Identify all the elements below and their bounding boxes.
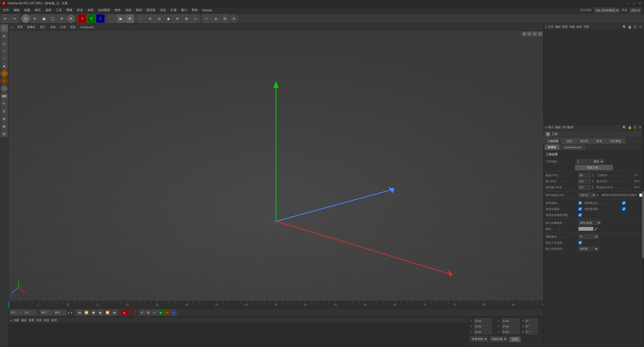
close-button[interactable]: ✕ bbox=[637, 1, 642, 6]
vt-camera[interactable]: 摄像机 bbox=[26, 25, 36, 29]
toolbar-extra2[interactable]: ⌀ bbox=[212, 14, 220, 23]
sidebar-btn-xref[interactable]: ⊛ bbox=[1, 115, 8, 122]
goto-start-btn[interactable]: ⏮ bbox=[76, 310, 83, 316]
viewport-down-btn[interactable]: ⬇ bbox=[527, 32, 532, 36]
pb-icon1[interactable]: ✦ bbox=[139, 310, 145, 315]
menu-track[interactable]: 跟踪器 bbox=[144, 7, 157, 13]
sidebar-btn-polygon[interactable]: △ bbox=[1, 40, 8, 47]
prop-linear-wf-checkbox[interactable] bbox=[578, 241, 582, 244]
sidebar-btn-s3[interactable]: S bbox=[1, 85, 8, 92]
pt-menu[interactable]: ≡ bbox=[545, 126, 547, 129]
end-frame-input1[interactable] bbox=[40, 310, 53, 315]
coord-z-input[interactable] bbox=[474, 330, 492, 334]
prop-use-mcs-checkbox[interactable] bbox=[578, 213, 582, 217]
viewport-close-btn[interactable]: ✕ bbox=[538, 32, 542, 36]
start-frame-input[interactable] bbox=[10, 310, 23, 315]
tab-todo[interactable]: 待办事项 bbox=[606, 138, 625, 144]
tool-rotate[interactable]: ◯ bbox=[49, 14, 57, 23]
prop-use-gen-checkbox[interactable] bbox=[578, 207, 582, 211]
menu-octane[interactable]: Octane bbox=[200, 8, 214, 13]
scale-select[interactable]: 缩放比例 bbox=[490, 336, 507, 341]
create-fx[interactable]: ⊛ bbox=[173, 14, 182, 23]
auto-key-btn[interactable]: ● bbox=[128, 310, 134, 315]
coord-p-input[interactable] bbox=[525, 324, 538, 329]
sidebar-btn-object-mode[interactable]: ⬡ bbox=[1, 25, 8, 32]
viewport-expand-btn[interactable]: ⊞ bbox=[522, 32, 527, 36]
scale-project-button[interactable]: 缩放工程... bbox=[575, 165, 613, 170]
timeline-playhead[interactable] bbox=[9, 301, 9, 308]
rp-menu-icon[interactable]: ☰ bbox=[633, 25, 637, 29]
menu-animate[interactable]: 动画 bbox=[123, 7, 133, 13]
props-menu-icon[interactable]: ☰ bbox=[633, 125, 637, 130]
rp-close-icon[interactable]: ✕ bbox=[638, 25, 642, 29]
menu-help[interactable]: 帮助 bbox=[190, 7, 200, 13]
node-space-select[interactable]: 当前 (标准/模型) bbox=[594, 8, 620, 13]
coord-x2-input[interactable] bbox=[502, 319, 519, 323]
subtab-octane[interactable]: OctaneRender bbox=[560, 145, 585, 150]
menu-character[interactable]: 角色 bbox=[113, 7, 123, 13]
menu-spline[interactable]: 杆条 bbox=[75, 7, 85, 13]
rpm-object[interactable]: 对象 bbox=[569, 25, 575, 29]
viewport-square-btn[interactable]: ⊡ bbox=[533, 32, 537, 36]
pb-icon2[interactable]: ⊞ bbox=[146, 310, 151, 315]
pb-icon3[interactable]: ↩ bbox=[152, 310, 157, 315]
sidebar-btn-point[interactable]: ○ bbox=[1, 55, 8, 62]
props-scrollbar[interactable] bbox=[642, 124, 644, 347]
lod-spinner[interactable]: ▲ ▼ bbox=[597, 193, 599, 197]
toolbar-extra4[interactable]: ⊙ bbox=[230, 14, 238, 23]
props-search-icon[interactable]: 🔍 bbox=[622, 125, 627, 130]
timeline-area[interactable]: 051015202530354045505560657075808590 bbox=[9, 301, 543, 308]
next-frame-btn[interactable]: ⏩ bbox=[105, 310, 111, 316]
rpm-menu[interactable]: ≡ bbox=[545, 25, 547, 28]
prop-scale-unit-select[interactable]: 厘米 bbox=[592, 159, 604, 164]
menu-window[interactable]: 窗口 bbox=[179, 7, 189, 13]
st-texture[interactable]: 纹理 bbox=[51, 318, 57, 322]
st-menu[interactable]: ≡ bbox=[10, 319, 12, 322]
vt-view[interactable]: 查看 bbox=[16, 25, 24, 29]
tool-scale[interactable]: ▣ bbox=[39, 14, 48, 23]
window-controls[interactable]: ─ □ ✕ bbox=[626, 1, 642, 6]
subtab-frame-rate[interactable]: 帧通值 bbox=[545, 144, 559, 150]
menu-file[interactable]: 文件 bbox=[1, 7, 11, 13]
coord-b-input[interactable] bbox=[525, 330, 538, 334]
pt-userdata[interactable]: 用户数据 bbox=[562, 125, 573, 129]
minimize-button[interactable]: ─ bbox=[626, 1, 631, 6]
menu-mograph[interactable]: 运动图形 bbox=[96, 7, 112, 13]
tool-reset[interactable]: ⟳ bbox=[58, 14, 66, 23]
viewport-canvas[interactable]: 透视视图 默认摄像机 :● 网格间距: 100 cm bbox=[9, 31, 543, 301]
sidebar-btn-paint[interactable]: ✎ bbox=[1, 100, 8, 107]
coord-x-input[interactable] bbox=[474, 319, 492, 323]
redo-button[interactable]: ↪ bbox=[10, 14, 19, 23]
prop-min-input[interactable] bbox=[578, 179, 591, 184]
create-hex[interactable]: ⬡ bbox=[191, 14, 200, 23]
coord-y2-input[interactable] bbox=[502, 324, 519, 329]
st-select[interactable]: 选择 bbox=[36, 318, 42, 322]
tool-select[interactable]: ⊙ bbox=[21, 14, 30, 23]
sidebar-btn-pen[interactable]: ⌨ bbox=[1, 93, 8, 100]
create-deform[interactable]: ◆ bbox=[164, 14, 173, 23]
menu-volume[interactable]: 体积 bbox=[86, 7, 96, 13]
props-lock-icon[interactable]: 🔒 bbox=[627, 125, 632, 130]
axis-x[interactable]: ✕ bbox=[78, 14, 87, 23]
menu-mesh[interactable]: 网格 bbox=[64, 7, 74, 13]
vt-menu[interactable]: ≡ bbox=[10, 25, 14, 29]
pt-mode[interactable]: 模式 bbox=[548, 125, 554, 129]
coord-h-input[interactable] bbox=[525, 319, 538, 323]
prop-color-dropper[interactable]: 🖍 bbox=[594, 227, 598, 231]
sidebar-btn-sculpt[interactable]: ⊙ bbox=[1, 108, 8, 115]
settings-btn[interactable]: ⚙ bbox=[126, 14, 134, 23]
prop-fps-input[interactable] bbox=[578, 173, 591, 178]
fps-spinner[interactable]: ▲ ▼ bbox=[592, 173, 594, 177]
menu-edit[interactable]: 编辑 bbox=[12, 7, 22, 13]
sidebar-btn-misc[interactable]: ⊟ bbox=[1, 130, 8, 137]
menu-render[interactable]: 渲染 bbox=[158, 7, 168, 13]
maximize-button[interactable]: □ bbox=[632, 1, 636, 6]
prop-prev-min-input[interactable] bbox=[578, 185, 591, 190]
sidebar-btn-edge[interactable]: □ bbox=[1, 47, 8, 54]
play-btn[interactable]: ▶ bbox=[98, 310, 104, 316]
menu-select[interactable]: 选择 bbox=[43, 7, 53, 13]
stop-btn[interactable]: ⏹ bbox=[91, 310, 97, 316]
st-edit[interactable]: 编辑 bbox=[21, 318, 27, 322]
vt-prorender[interactable]: ProRender bbox=[79, 25, 95, 29]
tool-move[interactable]: ✛ bbox=[30, 14, 39, 23]
